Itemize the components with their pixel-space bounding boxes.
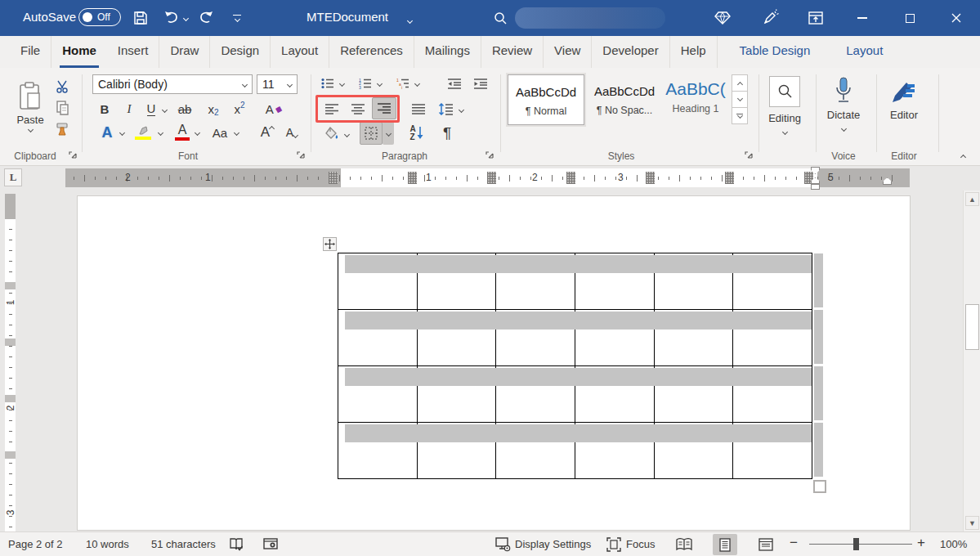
table-row[interactable] <box>338 366 812 423</box>
format-painter-button[interactable] <box>52 120 72 138</box>
style-no-spacing[interactable]: AaBbCcDd ¶ No Spac... <box>588 74 661 125</box>
tab-stop-selector[interactable]: L <box>4 168 22 186</box>
zoom-in-button[interactable]: + <box>917 535 925 551</box>
font-color-dropdown-icon[interactable] <box>192 127 202 138</box>
numbering-button[interactable]: 123 <box>356 74 374 92</box>
highlight-button[interactable] <box>131 122 155 143</box>
search-input[interactable] <box>515 7 665 29</box>
text-effects-dropdown-icon[interactable] <box>117 127 127 138</box>
customize-qat-icon[interactable] <box>227 8 247 28</box>
font-dialog-launcher-icon[interactable] <box>297 151 307 161</box>
scroll-down-icon[interactable]: ▼ <box>965 516 979 530</box>
superscript-button[interactable]: x2 <box>229 99 250 119</box>
line-spacing-dropdown-icon[interactable] <box>456 104 466 115</box>
vertical-ruler[interactable]: 1 2 3 <box>5 194 16 531</box>
macro-record-icon[interactable] <box>263 538 278 551</box>
table-row[interactable] <box>338 310 812 366</box>
zoom-level[interactable]: 100% <box>940 538 967 550</box>
document-table[interactable] <box>338 253 812 479</box>
display-settings-label[interactable]: Display Settings <box>515 538 591 550</box>
save-icon[interactable] <box>131 8 150 28</box>
vertical-scrollbar[interactable]: ▲ ▼ <box>963 191 980 531</box>
zoom-slider-track[interactable] <box>809 544 912 545</box>
proofing-status-icon[interactable] <box>229 537 244 552</box>
tab-references[interactable]: References <box>329 36 414 68</box>
multilevel-list-button[interactable]: 1ai <box>394 74 412 92</box>
font-name-combo[interactable]: Calibri (Body) <box>92 74 253 94</box>
word-count[interactable]: 10 words <box>86 538 129 550</box>
show-marks-button[interactable]: ¶ <box>436 122 458 145</box>
tab-developer[interactable]: Developer <box>592 36 669 68</box>
borders-dropdown-icon[interactable] <box>383 122 394 145</box>
cut-button[interactable] <box>52 78 72 96</box>
table-row-marker[interactable] <box>5 282 16 289</box>
tab-design[interactable]: Design <box>210 36 271 68</box>
tab-help[interactable]: Help <box>670 36 718 68</box>
table-row-marker[interactable] <box>5 451 16 459</box>
table-column-marker[interactable] <box>725 172 734 184</box>
scroll-up-icon[interactable]: ▲ <box>965 192 979 206</box>
undo-dropdown-icon[interactable] <box>181 8 190 28</box>
search-icon[interactable] <box>490 8 510 28</box>
subscript-button[interactable]: x2 <box>203 99 224 119</box>
page-indicator[interactable]: Page 2 of 2 <box>8 538 63 550</box>
align-right-button[interactable] <box>372 97 396 119</box>
char-count[interactable]: 51 characters <box>151 538 216 550</box>
underline-button[interactable]: U <box>142 99 160 119</box>
text-effects-button[interactable]: A <box>96 122 118 143</box>
focus-label[interactable]: Focus <box>626 538 655 550</box>
align-center-button[interactable] <box>347 99 369 119</box>
zoom-slider-thumb[interactable] <box>853 538 859 550</box>
paste-button[interactable]: Paste <box>11 74 49 138</box>
clear-formatting-button[interactable]: A◆ <box>262 99 286 119</box>
highlight-dropdown-icon[interactable] <box>155 127 165 138</box>
tab-table-design[interactable]: Table Design <box>729 36 821 68</box>
multilevel-dropdown-icon[interactable] <box>412 78 422 89</box>
print-layout-button[interactable] <box>713 534 737 555</box>
paragraph-dialog-launcher-icon[interactable] <box>486 151 495 161</box>
bullets-button[interactable] <box>319 74 337 92</box>
shading-button[interactable] <box>322 123 342 143</box>
table-column-marker[interactable] <box>566 172 575 184</box>
tab-view[interactable]: View <box>544 36 592 68</box>
styles-gallery-expand-button[interactable] <box>732 107 748 124</box>
ribbon-display-options-icon[interactable] <box>806 8 826 28</box>
maximize-button[interactable] <box>891 0 929 36</box>
decrease-indent-button[interactable] <box>445 74 464 92</box>
table-row[interactable] <box>338 423 812 478</box>
sort-button[interactable]: AZ <box>405 122 428 145</box>
undo-icon[interactable] <box>162 8 181 28</box>
shading-dropdown-icon[interactable] <box>342 128 351 140</box>
display-settings-icon[interactable] <box>495 537 511 552</box>
change-case-dropdown-icon[interactable] <box>231 127 241 138</box>
editor-button[interactable]: Editor <box>879 78 929 121</box>
bullets-dropdown-icon[interactable] <box>337 78 347 89</box>
tab-layout[interactable]: Layout <box>271 36 329 68</box>
font-color-button[interactable]: A <box>172 120 193 143</box>
read-mode-button[interactable] <box>672 534 696 555</box>
style-heading1[interactable]: AaBbC( Heading 1 <box>661 74 730 125</box>
table-column-marker[interactable] <box>408 172 417 184</box>
change-case-button[interactable]: Aa <box>208 122 232 143</box>
redo-icon[interactable] <box>196 8 216 28</box>
tab-file[interactable]: File <box>10 36 51 68</box>
table-column-marker[interactable] <box>329 172 338 184</box>
strikethrough-button[interactable]: ab <box>173 99 196 119</box>
tab-layout-contextual[interactable]: Layout <box>835 36 893 68</box>
scrollbar-thumb[interactable] <box>965 304 979 350</box>
table-column-marker[interactable] <box>487 172 496 184</box>
font-size-combo[interactable]: 11 <box>257 74 298 94</box>
clipboard-dialog-launcher-icon[interactable] <box>69 151 78 161</box>
tab-mailings[interactable]: Mailings <box>414 36 481 68</box>
focus-icon[interactable] <box>606 537 621 552</box>
bold-button[interactable]: B <box>95 99 114 119</box>
grow-font-button[interactable]: A <box>257 122 278 143</box>
justify-button[interactable] <box>407 99 430 119</box>
table-move-handle[interactable] <box>323 237 337 251</box>
zoom-out-button[interactable]: − <box>790 535 798 551</box>
close-button[interactable] <box>937 0 975 36</box>
line-spacing-button[interactable] <box>435 99 456 119</box>
style-normal[interactable]: AaBbCcDd ¶ Normal <box>508 74 584 125</box>
collapse-ribbon-icon[interactable] <box>955 149 971 162</box>
underline-dropdown-icon[interactable] <box>159 104 169 115</box>
